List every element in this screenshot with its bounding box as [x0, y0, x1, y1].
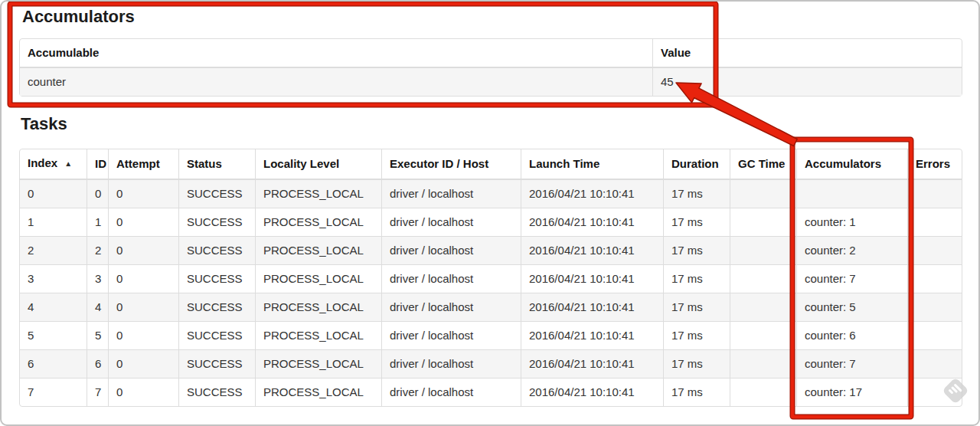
task-cell-executor_id_host: driver / localhost [381, 208, 521, 236]
task-cell-index: 5 [20, 321, 87, 349]
task-row: 770SUCCESSPROCESS_LOCALdriver / localhos… [20, 378, 962, 406]
tasks-col-launch_time[interactable]: Launch Time [521, 149, 663, 180]
task-row: 660SUCCESSPROCESS_LOCALdriver / localhos… [20, 349, 962, 378]
task-cell-gc_time [730, 236, 796, 264]
task-cell-executor_id_host: driver / localhost [381, 378, 521, 406]
task-cell-index: 2 [20, 236, 87, 264]
tasks-col-locality_level[interactable]: Locality Level [255, 149, 381, 180]
task-cell-duration: 17 ms [663, 321, 730, 349]
task-cell-status: SUCCESS [178, 349, 255, 378]
task-cell-index: 3 [20, 264, 87, 293]
tasks-col-errors[interactable]: Errors [907, 149, 962, 180]
task-cell-duration: 17 ms [663, 349, 730, 378]
task-row: 110SUCCESSPROCESS_LOCALdriver / localhos… [20, 208, 962, 236]
task-row: 550SUCCESSPROCESS_LOCALdriver / localhos… [20, 321, 962, 349]
task-cell-index: 6 [20, 349, 87, 378]
task-cell-locality_level: PROCESS_LOCAL [255, 378, 381, 406]
task-cell-index: 7 [20, 378, 87, 406]
task-cell-locality_level: PROCESS_LOCAL [255, 236, 381, 264]
task-cell-locality_level: PROCESS_LOCAL [255, 349, 381, 378]
task-cell-launch_time: 2016/04/21 10:10:41 [521, 321, 663, 349]
accumulator-row: counter 45 [20, 68, 962, 96]
task-cell-id: 2 [87, 236, 108, 264]
task-cell-locality_level: PROCESS_LOCAL [255, 321, 381, 349]
task-cell-attempt: 0 [108, 293, 178, 321]
task-cell-accumulators [796, 180, 907, 208]
task-cell-executor_id_host: driver / localhost [381, 321, 521, 349]
tasks-col-accumulators[interactable]: Accumulators [796, 149, 907, 180]
tasks-col-index[interactable]: Index▲ [20, 149, 87, 180]
task-cell-errors [907, 378, 962, 406]
task-cell-accumulators: counter: 1 [796, 208, 907, 236]
task-cell-id: 0 [87, 180, 108, 208]
task-cell-executor_id_host: driver / localhost [381, 349, 521, 378]
task-cell-launch_time: 2016/04/21 10:10:41 [521, 180, 663, 208]
task-row: 440SUCCESSPROCESS_LOCALdriver / localhos… [20, 293, 962, 321]
task-cell-accumulators: counter: 5 [796, 293, 907, 321]
task-cell-errors [907, 236, 962, 264]
task-cell-executor_id_host: driver / localhost [381, 264, 521, 293]
task-cell-duration: 17 ms [663, 236, 730, 264]
task-cell-id: 3 [87, 264, 108, 293]
task-cell-accumulators: counter: 6 [796, 321, 907, 349]
task-cell-errors [907, 264, 962, 293]
task-cell-id: 6 [87, 349, 108, 378]
task-cell-locality_level: PROCESS_LOCAL [255, 208, 381, 236]
tasks-col-duration[interactable]: Duration [663, 149, 730, 180]
task-cell-executor_id_host: driver / localhost [381, 236, 521, 264]
accumulable-value-cell: 45 [652, 68, 962, 96]
task-cell-launch_time: 2016/04/21 10:10:41 [521, 264, 663, 293]
task-cell-duration: 17 ms [663, 208, 730, 236]
tasks-section-title: Tasks [21, 114, 67, 134]
task-cell-status: SUCCESS [178, 378, 255, 406]
task-cell-status: SUCCESS [178, 321, 255, 349]
task-cell-gc_time [730, 349, 796, 378]
tasks-col-attempt[interactable]: Attempt [108, 149, 178, 180]
task-cell-launch_time: 2016/04/21 10:10:41 [521, 208, 663, 236]
task-cell-gc_time [730, 264, 796, 293]
task-cell-gc_time [730, 321, 796, 349]
task-cell-launch_time: 2016/04/21 10:10:41 [521, 293, 663, 321]
task-cell-errors [907, 208, 962, 236]
task-cell-attempt: 0 [108, 208, 178, 236]
task-cell-gc_time [730, 293, 796, 321]
task-cell-errors [907, 180, 962, 208]
tasks-header-row: Index▲IDAttemptStatusLocality LevelExecu… [20, 149, 962, 180]
task-cell-attempt: 0 [108, 378, 178, 406]
task-cell-id: 7 [87, 378, 108, 406]
task-cell-attempt: 0 [108, 264, 178, 293]
task-cell-duration: 17 ms [663, 293, 730, 321]
task-cell-attempt: 0 [108, 349, 178, 378]
task-cell-launch_time: 2016/04/21 10:10:41 [521, 349, 663, 378]
accumulators-col-value: Value [652, 39, 962, 68]
task-cell-locality_level: PROCESS_LOCAL [255, 293, 381, 321]
task-cell-accumulators: counter: 2 [796, 236, 907, 264]
task-cell-accumulators: counter: 7 [796, 264, 907, 293]
tasks-col-status[interactable]: Status [178, 149, 255, 180]
task-cell-gc_time [730, 378, 796, 406]
accumulators-table: Accumulable Value counter 45 [19, 38, 962, 97]
accumulators-section-title: Accumulators [22, 7, 135, 27]
task-cell-errors [907, 293, 962, 321]
tasks-col-gc_time[interactable]: GC Time [730, 149, 796, 180]
task-cell-gc_time [730, 208, 796, 236]
task-cell-id: 4 [87, 293, 108, 321]
task-cell-errors [907, 349, 962, 378]
tasks-col-executor_id_host[interactable]: Executor ID / Host [381, 149, 521, 180]
task-cell-id: 1 [87, 208, 108, 236]
task-cell-id: 5 [87, 321, 108, 349]
task-cell-launch_time: 2016/04/21 10:10:41 [521, 378, 663, 406]
task-row: 000SUCCESSPROCESS_LOCALdriver / localhos… [20, 180, 962, 208]
accumulators-header-row: Accumulable Value [20, 39, 962, 68]
task-cell-locality_level: PROCESS_LOCAL [255, 264, 381, 293]
task-cell-duration: 17 ms [663, 264, 730, 293]
task-cell-attempt: 0 [108, 236, 178, 264]
task-cell-gc_time [730, 180, 796, 208]
task-cell-index: 4 [20, 293, 87, 321]
tasks-table: Index▲IDAttemptStatusLocality LevelExecu… [19, 149, 962, 407]
tasks-col-id[interactable]: ID [87, 149, 108, 180]
task-cell-status: SUCCESS [178, 264, 255, 293]
task-cell-executor_id_host: driver / localhost [381, 180, 521, 208]
accumulators-col-accumulable: Accumulable [20, 39, 652, 68]
task-cell-executor_id_host: driver / localhost [381, 293, 521, 321]
